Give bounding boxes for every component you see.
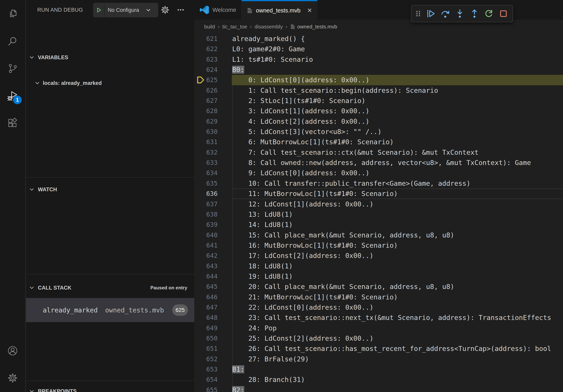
code-text[interactable]: 5: LdConst[3](vector<u8>: "" /..): [232, 127, 382, 137]
code-text[interactable]: 14: LdU8(1): [232, 220, 293, 230]
code-line[interactable]: 630 5: LdConst[3](vector<u8>: "" /..): [194, 127, 563, 137]
code-text[interactable]: 27: BrFalse(29): [232, 354, 309, 364]
code-line[interactable]: 623L1: ts#1#0: Scenario: [194, 54, 563, 65]
call-stack-frame[interactable]: already_marked owned_tests.mvb 625: [26, 298, 194, 322]
code-text[interactable]: 2: StLoc[1](ts#1#0: Scenario): [232, 95, 366, 106]
code-text[interactable]: B0:: [232, 65, 244, 75]
code-text[interactable]: 28: Branch(31): [232, 374, 305, 385]
code-text[interactable]: 26: Call test_scenario::has_most_recent_…: [232, 343, 551, 354]
line-number[interactable]: 644: [194, 271, 218, 281]
line-number[interactable]: 641: [194, 240, 218, 250]
tab-welcome[interactable]: Welcome: [194, 0, 242, 20]
line-number[interactable]: 642: [194, 250, 218, 261]
line-number[interactable]: 626: [194, 85, 218, 95]
code-line[interactable]: 644 19: LdU8(1): [194, 271, 563, 281]
code-line[interactable]: 633 8: Call owned::new(address, address,…: [194, 157, 563, 168]
line-number[interactable]: 632: [194, 147, 218, 157]
code-line[interactable]: 634 9: LdConst[0](address: 0x00..): [194, 168, 563, 178]
line-number[interactable]: 624: [194, 65, 218, 75]
activity-bar-item-extensions[interactable]: [0, 110, 25, 137]
line-number[interactable]: 625: [194, 75, 218, 85]
code-text[interactable]: 0: LdConst[0](address: 0x00..): [232, 75, 370, 85]
line-number[interactable]: 629: [194, 116, 218, 127]
code-line[interactable]: 628 3: LdConst[1](address: 0x00..): [194, 106, 563, 116]
breakpoints-section-header[interactable]: BREAKPOINTS: [26, 384, 194, 392]
toolbar-drag-handle[interactable]: [413, 9, 423, 19]
code-text[interactable]: 23: Call test_scenario::next_tx(&mut Sce…: [232, 313, 551, 323]
variables-locals-scope[interactable]: locals: already_marked: [26, 76, 194, 91]
line-number[interactable]: 636: [194, 188, 218, 199]
code-line[interactable]: 632 7: Call test_scenario::ctx(&mut Scen…: [194, 147, 563, 157]
breadcrumb-item[interactable]: build: [204, 24, 215, 30]
line-number[interactable]: 634: [194, 168, 218, 178]
activity-bar-item-run-and-debug[interactable]: 1: [0, 82, 25, 110]
watch-section-header[interactable]: WATCH: [26, 182, 194, 197]
code-line[interactable]: 636 11: MutBorrowLoc[1](ts#1#0: Scenario…: [194, 188, 563, 199]
code-line[interactable]: 629 4: LdConst[2](address: 0x00..): [194, 116, 563, 127]
continue-button[interactable]: [423, 6, 438, 22]
code-line[interactable]: 621already_marked() {: [194, 34, 563, 44]
line-number[interactable]: 637: [194, 199, 218, 209]
line-number[interactable]: 622: [194, 44, 218, 54]
code-text[interactable]: 10: Call transfer::public_transfer<Game>…: [232, 178, 471, 188]
line-number[interactable]: 639: [194, 220, 218, 230]
debug-settings-gear-icon[interactable]: [161, 0, 170, 20]
line-number[interactable]: 640: [194, 230, 218, 240]
line-number[interactable]: 652: [194, 354, 218, 364]
activity-bar-item-account[interactable]: [0, 338, 25, 365]
line-number[interactable]: 655: [194, 385, 218, 392]
code-line[interactable]: 640 15: Call place_mark(&mut Scenario, a…: [194, 230, 563, 240]
step-out-button[interactable]: [467, 6, 482, 22]
line-number[interactable]: 623: [194, 54, 218, 65]
code-line[interactable]: 652 27: BrFalse(29): [194, 354, 563, 364]
code-line[interactable]: 651 26: Call test_scenario::has_most_rec…: [194, 343, 563, 354]
code-line[interactable]: 655B2:: [194, 385, 563, 392]
code-text[interactable]: 17: LdConst[2](address: 0x00..): [232, 250, 373, 261]
code-text[interactable]: L1: ts#1#0: Scenario: [232, 54, 313, 65]
code-text[interactable]: 18: LdU8(1): [232, 261, 293, 271]
debug-config-dropdown[interactable]: No Configura: [93, 3, 158, 17]
code-line[interactable]: 625 0: LdConst[0](address: 0x00..): [194, 75, 563, 85]
variables-section-header[interactable]: VARIABLES: [26, 50, 194, 65]
code-line[interactable]: 626 1: Call test_scenario::begin(address…: [194, 85, 563, 95]
line-number[interactable]: 651: [194, 343, 218, 354]
code-text[interactable]: 21: MutBorrowLoc[1](ts#1#0: Scenario): [232, 292, 398, 302]
restart-button[interactable]: [482, 6, 496, 22]
line-number[interactable]: 627: [194, 95, 218, 106]
line-number[interactable]: 649: [194, 323, 218, 333]
code-text[interactable]: already_marked() {: [232, 34, 305, 44]
code-line[interactable]: 643 18: LdU8(1): [194, 261, 563, 271]
line-number[interactable]: 633: [194, 157, 218, 168]
code-line[interactable]: 627 2: StLoc[1](ts#1#0: Scenario): [194, 95, 563, 106]
code-text[interactable]: 11: MutBorrowLoc[1](ts#1#0: Scenario): [232, 188, 398, 199]
code-text[interactable]: 1: Call test_scenario::begin(address): S…: [232, 85, 438, 95]
code-line[interactable]: 650 25: LdConst[2](address: 0x00..): [194, 333, 563, 343]
line-number[interactable]: 635: [194, 178, 218, 188]
breadcrumb-item[interactable]: disassembly: [255, 24, 283, 30]
start-debug-icon[interactable]: [93, 3, 104, 17]
code-text[interactable]: 7: Call test_scenario::ctx(&mut Scenario…: [232, 147, 479, 157]
code-text[interactable]: 24: Pop: [232, 323, 277, 333]
breadcrumb-item[interactable]: tic_tac_toe: [222, 24, 247, 30]
activity-bar-item-search[interactable]: [0, 28, 25, 55]
code-text[interactable]: 4: LdConst[2](address: 0x00..): [232, 116, 370, 127]
code-text[interactable]: 8: Call owned::new(address, address, vec…: [232, 157, 531, 168]
code-text[interactable]: 3: LdConst[1](address: 0x00..): [232, 106, 370, 116]
code-text[interactable]: 19: LdU8(1): [232, 271, 293, 281]
line-number[interactable]: 653: [194, 364, 218, 374]
line-number[interactable]: 648: [194, 313, 218, 323]
more-actions-icon[interactable]: [176, 0, 185, 20]
line-number[interactable]: 650: [194, 333, 218, 343]
code-line[interactable]: 647 22: LdConst[0](address: 0x00..): [194, 302, 563, 313]
line-number[interactable]: 631: [194, 137, 218, 147]
code-line[interactable]: 635 10: Call transfer::public_transfer<G…: [194, 178, 563, 188]
code-line[interactable]: 622L0: game#2#0: Game: [194, 44, 563, 54]
code-line[interactable]: 642 17: LdConst[2](address: 0x00..): [194, 250, 563, 261]
code-text[interactable]: 6: MutBorrowLoc[1](ts#1#0: Scenario): [232, 137, 394, 147]
close-icon[interactable]: ✕: [307, 8, 312, 13]
line-number[interactable]: 628: [194, 106, 218, 116]
code-line[interactable]: 646 21: MutBorrowLoc[1](ts#1#0: Scenario…: [194, 292, 563, 302]
code-text[interactable]: B1:: [232, 364, 244, 374]
code-text[interactable]: 13: LdU8(1): [232, 209, 293, 220]
code-line[interactable]: 645 20: Call place_mark(&mut Scenario, a…: [194, 281, 563, 292]
